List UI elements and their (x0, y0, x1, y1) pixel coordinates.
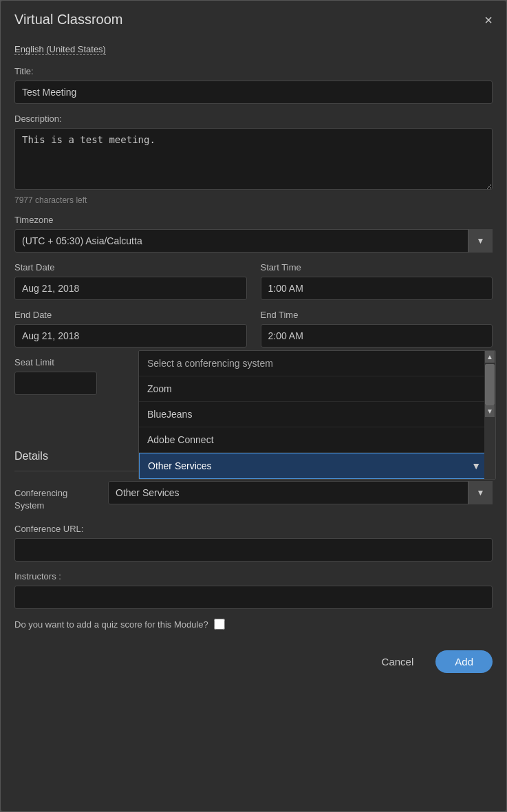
conference-url-input[interactable] (14, 538, 493, 562)
timezone-select-wrapper: (UTC + 05:30) Asia/Calcutta ▼ (14, 229, 493, 253)
conferencing-select-wrapper: Other Services ▼ (108, 481, 493, 504)
conferencing-system-group: ConferencingSystem Other Services ▼ (14, 481, 493, 511)
end-time-label: End Time (261, 310, 493, 320)
language-selector[interactable]: English (United States) (14, 44, 106, 55)
timezone-select[interactable]: (UTC + 05:30) Asia/Calcutta (14, 229, 493, 253)
dropdown-option-bluejeans[interactable]: BlueJeans (139, 402, 495, 427)
start-time-label: Start Time (261, 262, 493, 273)
instructors-label: Instructors : (14, 571, 493, 581)
timezone-label: Timezone (14, 215, 493, 225)
dropdown-selected-label: Other Services (148, 460, 212, 471)
seat-limit-input[interactable] (14, 372, 97, 395)
modal-body: English (United States) Title: Descripti… (1, 36, 506, 687)
close-button[interactable]: × (484, 13, 493, 27)
modal-header: Virtual Classroom × (1, 1, 506, 36)
conference-url-group: Conference URL: (14, 524, 493, 562)
seat-and-dropdown-region: Seat Limit ▲ ▼ Select a conferencing sys… (14, 357, 493, 395)
conferencing-system-label: ConferencingSystem (14, 488, 67, 511)
quiz-checkbox[interactable] (214, 619, 225, 630)
footer-buttons: Cancel Add (14, 643, 493, 673)
end-date-input[interactable] (14, 324, 247, 348)
add-button[interactable]: Add (435, 650, 493, 673)
timezone-group: Timezone (UTC + 05:30) Asia/Calcutta ▼ (14, 215, 493, 253)
char-count: 7977 characters left (14, 195, 493, 205)
conferencing-select[interactable]: Other Services (108, 481, 493, 504)
dropdown-option-adobe-connect[interactable]: Adobe Connect (139, 427, 495, 453)
start-date-input[interactable] (14, 277, 247, 300)
start-time-input[interactable] (261, 277, 493, 300)
end-time-input[interactable] (261, 324, 493, 348)
dropdown-option-select[interactable]: Select a conferencing system (139, 351, 495, 376)
quiz-label: Do you want to add a quiz score for this… (14, 619, 208, 630)
end-row: End Date End Time (14, 310, 493, 348)
quiz-row: Do you want to add a quiz score for this… (14, 619, 493, 630)
scrollbar-down-icon[interactable]: ▼ (485, 405, 495, 417)
conferencing-dropdown: ▲ ▼ Select a conferencing system Zoom Bl… (138, 350, 496, 480)
end-time-group: End Time (261, 310, 493, 348)
description-textarea[interactable]: This is a test meeting. (14, 128, 493, 190)
virtual-classroom-modal: Virtual Classroom × English (United Stat… (0, 0, 507, 812)
title-group: Title: (14, 66, 493, 104)
start-time-group: Start Time (261, 262, 493, 300)
cancel-button[interactable]: Cancel (371, 650, 425, 673)
conference-url-label: Conference URL: (14, 524, 493, 534)
scrollbar-thumb[interactable] (485, 364, 495, 405)
end-date-group: End Date (14, 310, 247, 348)
title-label: Title: (14, 66, 493, 76)
description-label: Description: (14, 114, 493, 124)
modal-title: Virtual Classroom (14, 12, 122, 28)
dropdown-option-other-services[interactable]: Other Services ▼ (139, 453, 495, 479)
instructors-group: Instructors : (14, 571, 493, 609)
start-row: Start Date Start Time (14, 262, 493, 300)
title-input[interactable] (14, 81, 493, 104)
dropdown-scroll-area: ▲ ▼ Select a conferencing system Zoom Bl… (139, 351, 495, 479)
dropdown-scrollbar[interactable]: ▲ ▼ (484, 351, 495, 479)
conferencing-label-col: ConferencingSystem (14, 481, 97, 511)
dropdown-option-zoom[interactable]: Zoom (139, 376, 495, 402)
start-date-label: Start Date (14, 262, 247, 273)
description-group: Description: This is a test meeting. 797… (14, 114, 493, 205)
instructors-input[interactable] (14, 586, 493, 609)
start-date-group: Start Date (14, 262, 247, 300)
end-date-label: End Date (14, 310, 247, 320)
scrollbar-up-icon[interactable]: ▲ (485, 351, 495, 363)
dropdown-chevron-icon: ▼ (471, 460, 481, 471)
conferencing-select-area: Other Services ▼ (108, 481, 493, 504)
